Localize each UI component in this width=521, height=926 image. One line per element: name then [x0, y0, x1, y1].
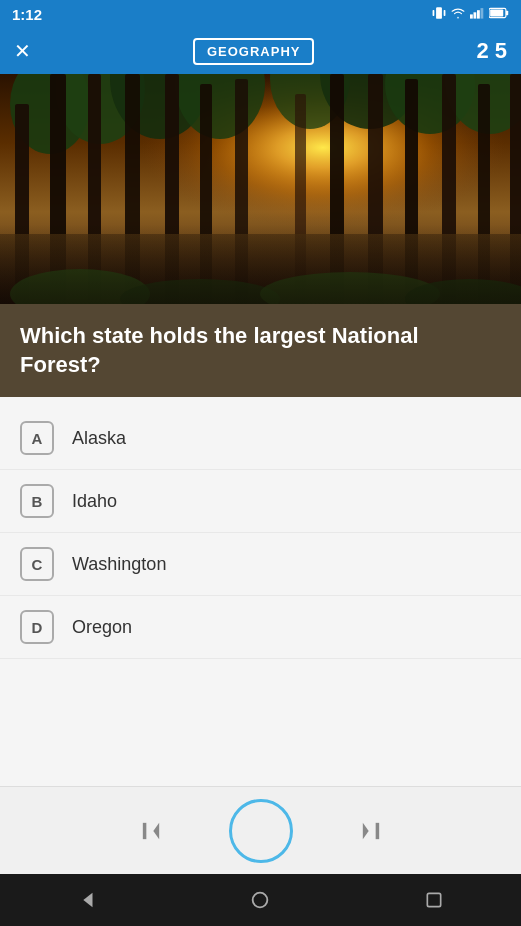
svg-rect-33: [510, 74, 521, 304]
hero-image: [0, 74, 521, 304]
question-text: Which state holds the largest National F…: [20, 322, 501, 379]
svg-rect-4: [474, 12, 477, 18]
answer-option-d[interactable]: D Oregon: [0, 596, 521, 659]
svg-rect-8: [490, 9, 503, 16]
svg-rect-34: [0, 234, 521, 304]
prev-button[interactable]: [133, 813, 169, 849]
answer-option-c[interactable]: C Washington: [0, 533, 521, 596]
wifi-icon: [451, 7, 465, 22]
answer-letter-a: A: [20, 421, 54, 455]
answer-option-b[interactable]: B Idaho: [0, 470, 521, 533]
category-badge: GEOGRAPHY: [193, 38, 315, 65]
svg-rect-25: [200, 84, 212, 304]
signal-icon: [470, 7, 484, 22]
play-button[interactable]: [229, 799, 293, 863]
svg-rect-23: [125, 74, 140, 304]
svg-point-38: [405, 279, 521, 304]
answer-text-d: Oregon: [72, 617, 132, 638]
svg-rect-26: [235, 79, 248, 304]
svg-rect-40: [142, 822, 146, 838]
answer-option-a[interactable]: A Alaska: [0, 407, 521, 470]
answer-letter-d: D: [20, 610, 54, 644]
status-time: 1:12: [12, 6, 42, 23]
answer-letter-c: C: [20, 547, 54, 581]
next-button[interactable]: [353, 813, 389, 849]
android-nav-bar: [0, 874, 521, 926]
app-header: ✕ GEOGRAPHY 2 5: [0, 28, 521, 74]
back-button[interactable]: [72, 885, 102, 915]
question-area: Which state holds the largest National F…: [0, 304, 521, 397]
svg-rect-9: [506, 10, 508, 15]
svg-rect-22: [88, 74, 101, 304]
svg-rect-21: [50, 74, 66, 304]
svg-rect-28: [330, 74, 344, 304]
svg-rect-1: [433, 10, 435, 16]
svg-rect-0: [436, 7, 442, 19]
answer-text-a: Alaska: [72, 428, 126, 449]
svg-rect-30: [405, 79, 418, 304]
close-button[interactable]: ✕: [14, 39, 31, 63]
recents-button[interactable]: [419, 885, 449, 915]
svg-marker-43: [83, 893, 92, 908]
svg-rect-31: [442, 74, 456, 304]
svg-marker-41: [362, 822, 368, 838]
svg-rect-32: [478, 84, 490, 304]
battery-icon: [489, 7, 509, 22]
answer-text-c: Washington: [72, 554, 166, 575]
answer-letter-b: B: [20, 484, 54, 518]
status-icons: [432, 6, 509, 23]
vibrate-icon: [432, 6, 446, 23]
status-bar: 1:12: [0, 0, 521, 28]
svg-rect-3: [470, 14, 473, 18]
svg-rect-29: [368, 74, 383, 304]
svg-point-35: [10, 269, 150, 304]
svg-rect-27: [295, 94, 306, 304]
svg-point-36: [120, 279, 280, 304]
svg-rect-20: [15, 104, 29, 304]
svg-rect-2: [444, 10, 446, 16]
main-content: Which state holds the largest National F…: [0, 74, 521, 874]
svg-rect-42: [375, 822, 379, 838]
answer-text-b: Idaho: [72, 491, 117, 512]
forest-background: [0, 74, 521, 304]
score-display: 2 5: [476, 38, 507, 64]
player-controls: [0, 786, 521, 874]
svg-marker-39: [153, 822, 159, 838]
svg-rect-6: [481, 8, 484, 19]
home-button[interactable]: [245, 885, 275, 915]
svg-rect-24: [165, 74, 179, 304]
svg-point-37: [260, 272, 440, 304]
svg-point-44: [253, 893, 268, 908]
svg-rect-45: [427, 893, 440, 906]
svg-rect-5: [477, 10, 480, 18]
